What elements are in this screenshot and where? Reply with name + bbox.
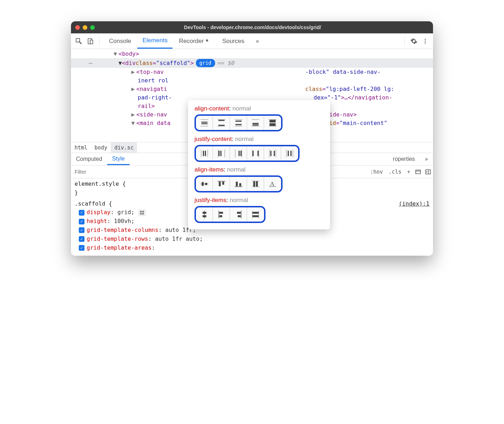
svg-rect-27 [252,126,259,126]
ellipsis-icon[interactable]: ⋯ [89,58,93,68]
svg-rect-42 [235,150,235,157]
svg-rect-24 [252,123,258,124]
svg-rect-29 [269,123,275,126]
new-rule-button[interactable]: + [404,169,413,175]
popover-row-align-content: align-content: normal [195,105,324,131]
dom-node[interactable]: ▶<top-nav -block" data-side-nav- [71,68,433,76]
decl-checkbox[interactable] [79,245,84,251]
svg-rect-9 [142,211,144,212]
justify-content-evenly-icon[interactable] [281,146,298,161]
svg-rect-15 [201,126,208,126]
svg-rect-37 [220,151,221,156]
justify-content-around-icon[interactable] [264,146,281,161]
svg-rect-77 [241,211,241,218]
grid-editor-icon[interactable] [138,209,146,216]
svg-rect-34 [201,150,201,157]
svg-rect-45 [257,151,258,156]
minimize-window-button[interactable] [83,25,87,30]
subtab-properties[interactable]: roperties [388,153,420,165]
svg-rect-60 [219,182,220,186]
cls-toggle[interactable]: .cls [386,169,404,175]
hov-toggle[interactable]: :hov [367,169,386,175]
subtabs-overflow[interactable]: » [420,153,433,165]
tab-recorder[interactable]: Recorder [174,33,216,49]
svg-rect-13 [201,123,207,124]
dom-node[interactable]: inert rol [71,76,433,85]
align-items-center-icon[interactable] [196,177,213,191]
align-content-between-icon[interactable] [213,116,230,130]
breadcrumb-item[interactable]: body [91,142,111,153]
titlebar: DevTools - developer.chrome.com/docs/dev… [71,21,433,33]
svg-rect-65 [252,181,259,181]
inspect-element-icon[interactable] [74,36,84,46]
dom-node-selected[interactable]: ⋯ ▼ <div class="scaffold"> grid == $0 [71,58,433,68]
justify-items-center-icon[interactable] [196,207,213,222]
settings-gear-icon[interactable] [409,36,419,46]
svg-rect-61 [222,182,224,185]
maximize-window-button[interactable] [90,25,95,30]
svg-rect-74 [218,211,219,218]
justify-content-start-icon[interactable] [213,146,230,161]
align-items-stretch-icon[interactable] [247,177,264,191]
svg-rect-36 [218,151,219,156]
grid-badge[interactable]: grid [196,59,215,67]
svg-rect-70 [269,186,276,187]
css-declaration[interactable]: grid-template-rows: auto 1fr auto; [75,235,429,244]
svg-rect-14 [201,119,208,120]
justify-content-center-icon[interactable] [196,146,213,161]
svg-rect-46 [252,150,252,157]
decl-checkbox[interactable] [79,210,84,216]
grid-alignment-popover: align-content: normal justify-content: n… [188,100,330,229]
svg-rect-73 [202,215,206,217]
svg-rect-62 [235,186,242,187]
tab-sources[interactable]: Sources [217,33,249,49]
tabs-overflow[interactable]: » [251,33,264,49]
breadcrumb-item[interactable]: div.sc [111,142,137,153]
svg-rect-30 [269,119,276,120]
align-content-center-icon[interactable] [196,116,213,130]
subtab-styles[interactable]: Style [107,153,130,165]
svg-rect-51 [275,150,276,157]
dollar-zero-label: == $0 [217,59,234,67]
close-window-button[interactable] [75,25,80,30]
decl-checkbox[interactable] [79,219,84,224]
svg-rect-33 [205,151,206,156]
svg-rect-10 [140,213,142,214]
justify-items-stretch-icon[interactable] [247,207,264,222]
svg-rect-53 [290,151,291,156]
tab-console[interactable]: Console [104,33,136,49]
svg-rect-31 [269,126,276,126]
breadcrumb-item[interactable]: html [71,142,91,153]
svg-rect-43 [241,150,242,157]
justify-content-end-icon[interactable] [230,146,247,161]
toolbar-divider [404,37,405,45]
dom-node[interactable]: ▶<navigati class="lg:pad-left-200 lg: [71,85,433,93]
svg-rect-25 [252,124,258,125]
tab-elements[interactable]: Elements [137,33,172,49]
svg-rect-11 [142,213,144,214]
align-content-options [195,114,283,131]
toggle-sidebar-icon[interactable] [423,167,433,177]
justify-content-between-icon[interactable] [247,146,264,161]
source-link[interactable]: (index):1 [399,200,429,208]
selector[interactable]: .scaffold { [75,200,112,208]
justify-items-end-icon[interactable] [230,207,247,222]
align-items-baseline-icon[interactable]: A [264,177,281,191]
align-content-stretch-icon[interactable] [264,116,281,130]
main-toolbar: Console Elements Recorder Sources » [71,33,433,49]
dom-node[interactable]: ▼<body> [71,50,433,58]
align-items-end-icon[interactable] [230,177,247,191]
decl-checkbox[interactable] [79,236,84,242]
justify-items-start-icon[interactable] [213,207,230,222]
align-content-around-icon[interactable] [230,116,247,130]
kebab-menu-icon[interactable] [420,36,430,46]
align-content-end-icon[interactable] [247,116,264,130]
decl-checkbox[interactable] [79,227,84,233]
svg-rect-67 [253,181,255,186]
css-declaration[interactable]: grid-template-areas: [75,244,429,252]
align-items-start-icon[interactable] [213,177,230,191]
svg-rect-12 [201,122,207,123]
device-toggle-icon[interactable] [85,36,95,46]
computed-sidebar-icon[interactable] [413,167,423,177]
subtab-computed[interactable]: Computed [71,153,107,165]
